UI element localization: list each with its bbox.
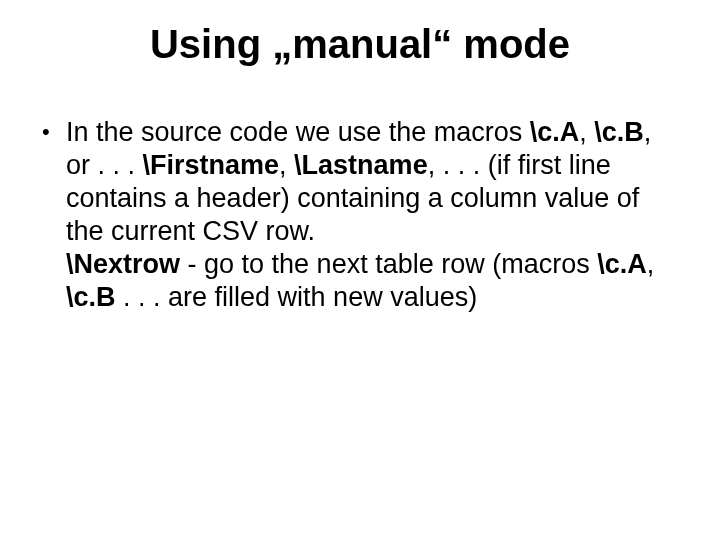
text-run: - go to the next table row (macros xyxy=(180,249,597,279)
bullet-item: • In the source code we use the macros \… xyxy=(42,116,678,314)
text-run: . . . are filled with new values) xyxy=(116,282,478,312)
macro-cA: \c.A xyxy=(530,117,580,147)
bullet-marker: • xyxy=(42,116,66,148)
text-run: , xyxy=(279,150,294,180)
text-run: In the source code we use the macros xyxy=(66,117,530,147)
macro-firstname: \Firstname xyxy=(143,150,280,180)
slide-body: • In the source code we use the macros \… xyxy=(42,116,678,314)
slide-title: Using „manual“ mode xyxy=(0,22,720,67)
macro-lastname: \Lastname xyxy=(294,150,428,180)
slide: Using „manual“ mode • In the source code… xyxy=(0,0,720,540)
text-run: , xyxy=(579,117,594,147)
macro-cB-2: \c.B xyxy=(66,282,116,312)
text-run: , xyxy=(647,249,655,279)
macro-cA-2: \c.A xyxy=(597,249,647,279)
bullet-text: In the source code we use the macros \c.… xyxy=(66,116,678,314)
macro-nextrow: \Nextrow xyxy=(66,249,180,279)
macro-cB: \c.B xyxy=(594,117,644,147)
